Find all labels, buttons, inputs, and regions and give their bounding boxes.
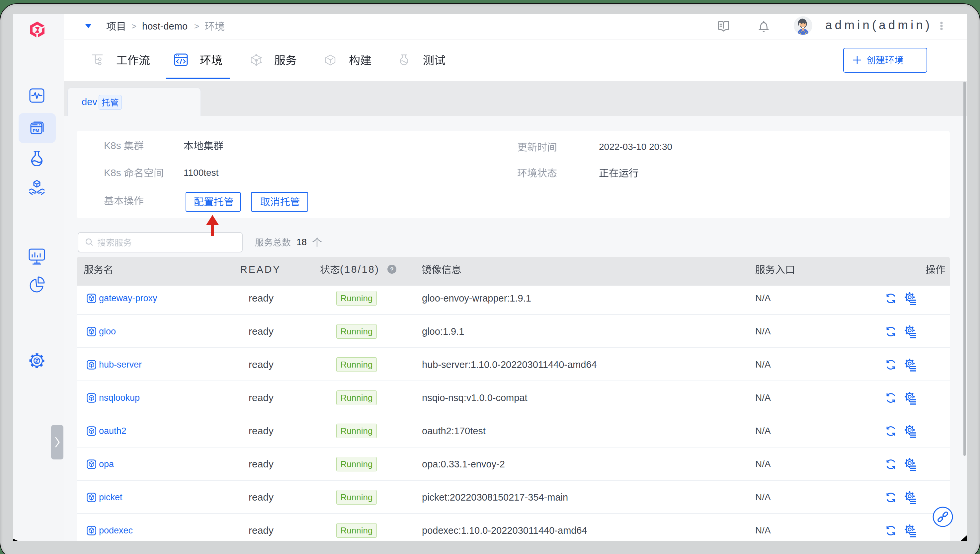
svg-text:PM: PM: [33, 128, 40, 133]
svg-text:?: ?: [390, 266, 393, 273]
